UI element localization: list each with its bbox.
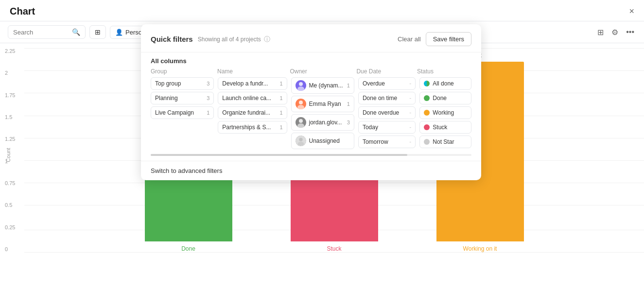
due-done-overdue[interactable]: Done overdue - xyxy=(358,106,416,119)
y-label-125: 1.25 xyxy=(5,136,24,142)
status-stuck-label: Stuck xyxy=(433,124,447,131)
svg-point-5 xyxy=(297,123,304,128)
group-planning-label: Planning xyxy=(155,95,178,102)
owner-me-count: 1 xyxy=(347,83,350,88)
scrollbar-area xyxy=(141,151,481,161)
svg-point-6 xyxy=(299,138,302,141)
status-done-dot xyxy=(424,95,430,101)
owner-me[interactable]: Me (dynam... 1 xyxy=(291,77,354,94)
owner-jordan-count: 3 xyxy=(347,119,350,125)
y-label-225: 2.25 xyxy=(5,48,24,54)
group-top-label: Top group xyxy=(155,80,181,87)
status-alldone-label: All done xyxy=(433,80,453,87)
due-done-on-time-label: Done on time xyxy=(363,95,397,102)
y-label-2: 2 xyxy=(5,70,24,76)
status-done-label: Done xyxy=(433,95,447,102)
col-header-due-date: Due Date xyxy=(356,67,417,75)
group-top-count: 3 xyxy=(207,81,209,86)
count-axis-label: Count xyxy=(5,148,11,162)
y-label-025: 0.25 xyxy=(5,224,24,230)
name-col: Develop a fundr... 1 Launch online ca...… xyxy=(218,77,291,151)
search-icon: 🔍 xyxy=(72,28,80,36)
search-box[interactable]: 🔍 xyxy=(8,25,86,39)
page-title: Chart xyxy=(10,6,35,17)
y-label-0: 0 xyxy=(5,246,24,252)
due-done-on-time[interactable]: Done on time - xyxy=(358,92,416,104)
column-headers: Group Name Owner Due Date Status xyxy=(151,67,471,77)
status-alldone-dot xyxy=(424,81,430,86)
status-stuck[interactable]: Stuck xyxy=(419,121,471,134)
gear-icon[interactable]: ⚙ xyxy=(609,26,620,39)
name-launch-label: Launch online ca... xyxy=(222,95,271,102)
name-partnerships-count: 1 xyxy=(279,124,282,130)
name-develop-label: Develop a fundr... xyxy=(222,80,268,87)
y-label-05: 0.5 xyxy=(5,202,24,208)
owner-col: Me (dynam... 1 Emma Ryan 1 xyxy=(291,77,358,151)
search-input[interactable] xyxy=(13,29,69,36)
y-label-175: 1.75 xyxy=(5,92,24,98)
name-develop[interactable]: Develop a fundr... 1 xyxy=(218,77,287,90)
y-axis: 2.25 2 1.75 1.5 1.25 1 0.75 0.5 0.25 0 xyxy=(0,43,24,267)
name-organize-count: 1 xyxy=(279,110,282,116)
y-label-15: 1.5 xyxy=(5,114,24,120)
col-header-group: Group xyxy=(151,67,217,75)
name-partnerships[interactable]: Partnerships & S... 1 xyxy=(218,121,287,134)
svg-point-1 xyxy=(297,86,304,91)
quick-filters-title: Quick filters xyxy=(151,35,193,43)
status-not-started[interactable]: Not Star xyxy=(419,136,471,148)
status-done[interactable]: Done xyxy=(419,92,471,104)
status-working[interactable]: Working xyxy=(419,106,471,119)
due-today-label: Today xyxy=(363,124,378,131)
svg-point-2 xyxy=(299,101,303,104)
owner-jordan[interactable]: jordan.glov... 3 xyxy=(291,114,354,131)
svg-point-4 xyxy=(299,119,303,123)
name-launch-count: 1 xyxy=(279,95,282,101)
status-notstar-label: Not Star xyxy=(433,138,454,145)
bar-working-label: Working on it xyxy=(463,245,497,252)
status-stuck-dot xyxy=(424,124,430,130)
avatar-jordan xyxy=(296,117,306,128)
advanced-filters-link[interactable]: Switch to advanced filters xyxy=(141,161,481,180)
quick-filters-panel: Quick filters Showing all of 4 projects … xyxy=(141,24,481,180)
save-filters-button[interactable]: Save filters xyxy=(426,32,471,46)
status-all-done[interactable]: All done xyxy=(419,77,471,90)
avatar-unassigned xyxy=(296,136,306,146)
name-organize-label: Organize fundrai... xyxy=(222,109,270,116)
owner-me-label: Me (dynam... xyxy=(309,82,343,89)
name-organize[interactable]: Organize fundrai... 1 xyxy=(218,106,287,119)
due-done-overdue-label: Done overdue xyxy=(363,109,399,116)
layout-icon[interactable]: ⊞ xyxy=(595,26,606,39)
due-overdue[interactable]: Overdue - xyxy=(358,77,416,90)
y-label-075: 0.75 xyxy=(5,180,24,186)
group-top[interactable]: Top group 3 xyxy=(151,77,214,90)
group-live-count: 1 xyxy=(207,110,209,116)
save-view-button[interactable]: ⊞ xyxy=(89,25,106,39)
status-col: All done Done Working Stuck Not Star xyxy=(419,77,471,151)
owner-emma[interactable]: Emma Ryan 1 xyxy=(291,96,354,112)
due-date-col: Overdue - Done on time - Done overdue - … xyxy=(358,77,419,151)
avatar-emma xyxy=(296,99,306,109)
clear-all-button[interactable]: Clear all xyxy=(398,35,421,43)
name-develop-count: 1 xyxy=(279,81,282,86)
due-tomorrow-label: Tomorrow xyxy=(363,138,388,145)
col-header-status: Status xyxy=(417,67,471,75)
due-today[interactable]: Today - xyxy=(358,121,416,134)
col-header-name: Name xyxy=(217,67,290,75)
due-tomorrow[interactable]: Tomorrow - xyxy=(358,136,416,148)
owner-unassigned-label: Unassigned xyxy=(309,137,340,144)
svg-point-0 xyxy=(299,82,303,86)
more-options-icon[interactable]: ••• xyxy=(624,26,636,38)
owner-emma-label: Emma Ryan xyxy=(309,101,341,107)
group-planning[interactable]: Planning 3 xyxy=(151,92,214,104)
scrollbar-track[interactable] xyxy=(151,154,471,156)
name-launch[interactable]: Launch online ca... 1 xyxy=(218,92,287,104)
group-live[interactable]: Live Campaign 1 xyxy=(151,106,214,119)
group-col: Top group 3 Planning 3 Live Campaign 1 xyxy=(151,77,218,151)
close-button[interactable]: × xyxy=(629,6,634,17)
scrollbar-thumb[interactable] xyxy=(151,154,407,156)
toolbar-right: ⊞ ⚙ ••• xyxy=(595,26,636,39)
overlay-header: Quick filters Showing all of 4 projects … xyxy=(141,24,481,52)
owner-unassigned[interactable]: Unassigned xyxy=(291,133,354,149)
help-icon[interactable]: ⓘ xyxy=(264,35,270,44)
status-working-label: Working xyxy=(433,109,454,116)
